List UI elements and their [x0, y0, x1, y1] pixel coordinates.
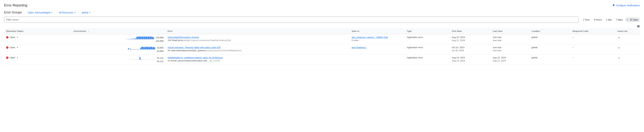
error-title-link[interactable]: Actual message: "Request failed with sta… — [168, 46, 348, 49]
error-title-link[interactable]: InterruptedIOException: timeout — [168, 36, 348, 38]
section-title: Error Groups — [4, 11, 22, 14]
location-filter-dropdown[interactable]: global ▼ — [82, 11, 91, 14]
filter-search-input[interactable] — [6, 18, 576, 21]
occurrence-counts: 20,69520,695 — [157, 46, 164, 53]
time-range-label: 1 day — [606, 18, 612, 21]
table-row: !Open▼20,69520,695Actual message: "Reque… — [4, 44, 640, 55]
resolution-status-dropdown[interactable]: !Open▼ — [6, 56, 70, 59]
configure-notifications-link[interactable]: Configure Notifications — [612, 4, 640, 7]
first-seen-cell: Aug 14, 2024Aug 14, 2024 — [450, 55, 491, 65]
time-range-label: 30 days — [630, 18, 638, 21]
last-seen-cell: Just nowJust now — [491, 44, 530, 55]
caret-down-icon: ▼ — [17, 57, 18, 58]
type-cell: Application error — [405, 34, 450, 44]
filter-search-box[interactable] — [4, 17, 578, 23]
caret-down-icon: ▼ — [17, 36, 18, 38]
error-subtext: 398 RealCall.kt(okhttp3.internal.connect… — [168, 39, 348, 42]
type-cell: Application error — [405, 44, 450, 55]
seen-in-more: 5 more — [352, 39, 403, 42]
status-filter-dropdown[interactable]: Open, Acknowledged ▼ — [28, 11, 52, 14]
col-header-location[interactable]: Location — [530, 28, 570, 34]
col-header-seen-in[interactable]: Seen In — [350, 28, 405, 34]
occurrence-counts: 20,13120,131 — [157, 56, 164, 63]
location-cell: global — [530, 44, 570, 55]
type-cell: Application error — [405, 55, 450, 65]
sparkline-chart — [130, 46, 155, 50]
sort-desc-icon: ↓ — [88, 30, 89, 32]
table-row: !Open▼20,13120,131NoMethodError: undefin… — [4, 55, 640, 65]
resource-filter-label: All Resources — [59, 11, 73, 14]
time-range-group: 1 hour6 hours1 day7 days30 days — [581, 17, 640, 22]
first-seen-cell: Aug 15, 2024Aug 21, 2024 — [450, 34, 491, 44]
last-seen-cell: Just nowJust now — [491, 34, 530, 44]
add-issue-link-button[interactable]: ＋ — [617, 46, 620, 49]
response-code-cell: – — [570, 44, 615, 55]
error-subtext: 44 /email_server/views/confirmation.erb(… — [168, 60, 348, 62]
caret-down-icon: ▼ — [17, 46, 18, 48]
location-cell: global — [530, 34, 570, 44]
time-range-button[interactable]: 1 day — [604, 17, 613, 22]
time-range-button[interactable]: 6 hours — [592, 17, 604, 22]
seen-in-link[interactable]: gke_instances: opente …69664-7lslp — [352, 36, 403, 38]
error-icon: ! — [6, 46, 8, 49]
col-header-type[interactable]: Type — [405, 28, 450, 34]
table-row: !Open▼128,908128,908InterruptedIOExcepti… — [4, 34, 640, 44]
error-icon: ! — [6, 36, 8, 38]
status-label: Open — [10, 46, 15, 49]
status-label: Open — [10, 56, 15, 59]
time-range-label: 1 hour — [583, 18, 590, 21]
col-header-occurrences-label: Occurrences — [74, 30, 86, 32]
time-range-label: 7 days — [616, 18, 623, 21]
last-seen-cell: Aug 15, 2024Aug 15, 2024 — [491, 55, 530, 65]
location-cell: global — [530, 55, 570, 65]
location-filter-label: global — [82, 11, 88, 14]
add-issue-link-button[interactable]: ＋ — [617, 56, 620, 60]
caret-down-icon: ▼ — [74, 12, 76, 14]
caret-down-icon: ▼ — [89, 12, 91, 14]
configure-notifications-label: Configure Notifications — [616, 4, 640, 7]
occurrence-counts: 128,908128,908 — [156, 36, 164, 42]
add-issue-link-button[interactable]: ＋ — [617, 36, 620, 39]
sparkline-chart — [130, 56, 155, 60]
response-code-cell: – — [570, 55, 615, 65]
bell-icon — [612, 4, 615, 7]
error-icon: ! — [6, 56, 8, 59]
error-subtext: 95 node:internal/process/task_queues(pro… — [168, 49, 348, 52]
col-header-last-seen[interactable]: Last Seen — [491, 28, 530, 34]
error-groups-table: Resolution Status Occurrences ↓ Error Se… — [4, 28, 640, 65]
first-seen-cell: Oct 10, 2023Jul 30, 2024 — [450, 44, 491, 55]
resource-filter-dropdown[interactable]: All Resources ▼ — [59, 11, 76, 14]
time-range-button[interactable]: 7 days — [614, 17, 624, 22]
col-header-status[interactable]: Resolution Status — [4, 28, 72, 34]
status-label: Open — [10, 36, 15, 38]
resolution-status-dropdown[interactable]: !Open▼ — [6, 46, 70, 49]
col-header-occurrences[interactable]: Occurrences ↓ — [72, 28, 166, 34]
error-title-link[interactable]: NoMethodError: undefined method `each' f… — [168, 56, 348, 59]
response-code-cell: – — [570, 34, 615, 44]
page-title: Error Reporting — [4, 4, 27, 7]
time-range-button[interactable]: 1 hour — [581, 17, 592, 22]
resolution-status-dropdown[interactable]: !Open▼ — [6, 36, 70, 38]
col-header-issue-link[interactable]: Issue Link — [615, 28, 640, 34]
col-header-first-seen[interactable]: First Seen — [450, 28, 491, 34]
time-range-button[interactable]: 30 days — [625, 17, 640, 22]
col-header-error[interactable]: Error — [166, 28, 350, 34]
status-filter-label: Open, Acknowledged — [28, 11, 50, 14]
caret-down-icon: ▼ — [51, 12, 52, 14]
sparkline-chart — [128, 36, 154, 39]
time-range-label: 6 hours — [594, 18, 602, 21]
seen-in-link[interactable]: test-mpaluda-1 — [352, 46, 403, 49]
col-header-response-code[interactable]: Response Code — [570, 28, 615, 34]
columns-icon[interactable] — [637, 25, 640, 28]
